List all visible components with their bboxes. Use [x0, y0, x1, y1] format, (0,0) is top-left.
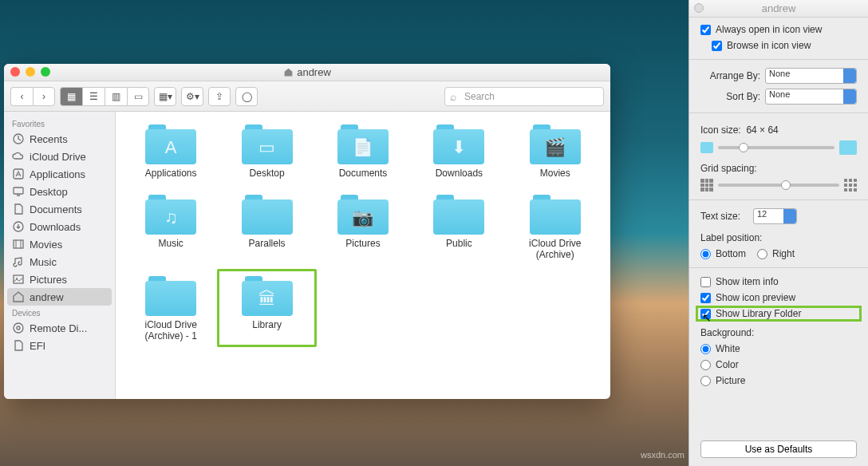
- show-item-info-checkbox[interactable]: Show item info: [700, 276, 857, 287]
- panel-close-button[interactable]: [694, 3, 704, 13]
- search-input[interactable]: Search: [444, 87, 604, 106]
- folder-icloud-drive-archive-[interactable]: iCloud Drive (Archive): [511, 193, 599, 260]
- sidebar-item-andrew[interactable]: andrew: [7, 288, 112, 306]
- tags-button[interactable]: ◯: [235, 87, 258, 106]
- use-as-defaults-button[interactable]: Use as Defaults: [700, 440, 857, 458]
- text-size-label: Text size:: [700, 211, 748, 222]
- folder-icon: [530, 193, 581, 235]
- sidebar-item-pictures[interactable]: Pictures: [4, 271, 115, 288]
- content-grid[interactable]: AApplications▭Desktop📄Documents⬇Download…: [116, 112, 610, 399]
- doc-icon: [12, 339, 25, 352]
- sidebar-item-efi[interactable]: EFI: [4, 337, 115, 354]
- watermark: wsxdn.com: [641, 450, 685, 460]
- bg-picture-radio[interactable]: Picture: [700, 375, 857, 386]
- sidebar-item-movies[interactable]: Movies: [4, 235, 115, 253]
- sidebar-item-downloads[interactable]: Downloads: [4, 218, 115, 235]
- maximize-button[interactable]: [41, 67, 50, 77]
- search-placeholder: Search: [464, 91, 495, 102]
- close-button[interactable]: [10, 67, 20, 77]
- forward-button[interactable]: ›: [33, 87, 55, 106]
- grid-spacing-slider-row: [700, 179, 857, 192]
- movie-icon: [12, 238, 25, 251]
- share-button[interactable]: ⇪: [208, 87, 231, 106]
- sidebar-item-remote-di-[interactable]: Remote Di...: [4, 319, 115, 337]
- folder-icon: [433, 193, 484, 235]
- folder-pictures[interactable]: 📷Pictures: [319, 193, 407, 260]
- title-label: andrew: [297, 66, 331, 78]
- show-library-highlight: Show Library Folder ↖: [696, 306, 862, 322]
- arrange-by-select[interactable]: None: [765, 68, 857, 84]
- large-folder-icon: [839, 140, 857, 155]
- arrange-by-label: Arrange By:: [700, 70, 760, 81]
- sidebar-item-applications[interactable]: Applications: [4, 165, 115, 183]
- bg-white-radio[interactable]: White: [700, 343, 857, 354]
- folder-label: Music: [159, 238, 183, 249]
- download-icon: [12, 220, 25, 233]
- panel-title: andrew: [762, 2, 796, 14]
- nav-buttons: ‹ ›: [10, 87, 55, 106]
- folder-icon: [145, 274, 196, 316]
- sidebar: Favorites RecentsiCloud DriveApplication…: [4, 112, 116, 399]
- folder-icon: 📷: [337, 193, 389, 235]
- folder-label: iCloud Drive (Archive): [511, 238, 599, 260]
- small-folder-icon: [700, 142, 713, 153]
- sidebar-item-documents[interactable]: Documents: [4, 200, 115, 218]
- sidebar-item-recents[interactable]: Recents: [4, 130, 115, 148]
- folder-applications[interactable]: AApplications: [127, 123, 215, 179]
- folder-label: Library: [252, 319, 282, 330]
- folder-label: Desktop: [250, 168, 285, 179]
- view-options-panel: andrew Always open in icon view Browse i…: [688, 0, 868, 466]
- action-button[interactable]: ⚙▾: [181, 87, 203, 106]
- svg-rect-2: [14, 188, 23, 194]
- icon-size-label: Icon size:: [700, 124, 741, 136]
- folder-icon: 📄: [337, 123, 389, 164]
- sort-by-select[interactable]: None: [765, 89, 857, 105]
- pic-icon: [12, 273, 25, 286]
- folder-movies[interactable]: 🎬Movies: [511, 123, 599, 179]
- folder-public[interactable]: Public: [415, 193, 503, 260]
- folder-label: Public: [446, 238, 472, 249]
- folder-label: Parallels: [249, 238, 286, 249]
- always-open-checkbox[interactable]: Always open in icon view: [700, 24, 857, 35]
- list-view-button[interactable]: ☰: [82, 87, 105, 106]
- doc-icon: [12, 203, 25, 215]
- label-right-radio[interactable]: Right: [757, 248, 795, 259]
- icon-size-slider[interactable]: [718, 146, 834, 149]
- folder-music[interactable]: ♫Music: [127, 193, 215, 260]
- icon-view-button[interactable]: ▦: [60, 87, 82, 106]
- gallery-view-button[interactable]: ▭: [127, 87, 149, 106]
- folder-label: Movies: [540, 168, 570, 179]
- home-icon: [283, 67, 294, 77]
- minimize-button[interactable]: [26, 67, 35, 77]
- column-view-button[interactable]: ▥: [105, 87, 127, 106]
- back-button[interactable]: ‹: [10, 87, 33, 106]
- grid-spacing-slider[interactable]: [718, 184, 839, 187]
- folder-parallels[interactable]: Parallels: [223, 193, 310, 260]
- folder-icon: A: [145, 123, 196, 164]
- svg-rect-4: [14, 240, 23, 248]
- folder-documents[interactable]: 📄Documents: [319, 123, 407, 179]
- devices-header: Devices: [4, 306, 115, 319]
- view-buttons: ▦ ☰ ▥ ▭: [60, 87, 149, 106]
- show-icon-preview-checkbox[interactable]: Show icon preview: [700, 292, 857, 303]
- sidebar-item-desktop[interactable]: Desktop: [4, 183, 115, 200]
- folder-label: Downloads: [436, 168, 483, 179]
- sidebar-item-icloud-drive[interactable]: iCloud Drive: [4, 148, 115, 165]
- tight-grid-icon: [700, 179, 713, 192]
- browse-checkbox[interactable]: Browse in icon view: [712, 40, 857, 51]
- folder-desktop[interactable]: ▭Desktop: [223, 123, 310, 179]
- folder-icon: ▭: [242, 123, 293, 164]
- text-size-select[interactable]: 12: [753, 208, 797, 224]
- show-library-folder-checkbox[interactable]: Show Library Folder ↖: [700, 308, 857, 319]
- sidebar-item-music[interactable]: Music: [4, 253, 115, 271]
- panel-titlebar[interactable]: andrew: [689, 0, 868, 18]
- label-bottom-radio[interactable]: Bottom: [700, 248, 746, 259]
- bg-color-radio[interactable]: Color: [700, 359, 857, 370]
- favorites-header: Favorites: [4, 116, 115, 130]
- label-position-label: Label position:: [700, 232, 857, 243]
- folder-library[interactable]: 🏛Library: [217, 269, 316, 347]
- titlebar[interactable]: andrew: [4, 64, 610, 81]
- folder-downloads[interactable]: ⬇Downloads: [415, 123, 503, 179]
- folder-icloud-drive-archive-1[interactable]: iCloud Drive (Archive) - 1: [127, 274, 215, 342]
- group-button[interactable]: ▦▾: [154, 87, 176, 106]
